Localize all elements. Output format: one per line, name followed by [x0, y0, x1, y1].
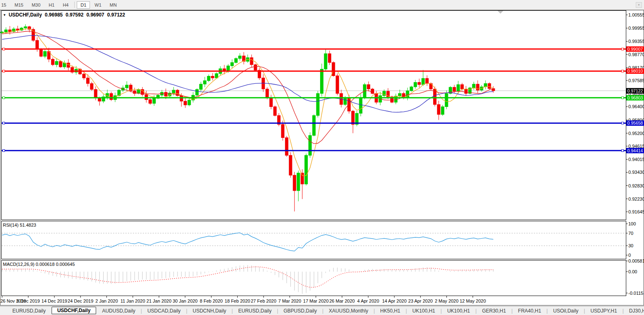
tab-separator: |: [322, 308, 323, 314]
candle-body: [422, 78, 425, 85]
tab-usdcnh-daily[interactable]: USDCNH,Daily: [188, 307, 231, 315]
date-axis-label: 17 Mar 2020: [303, 298, 329, 303]
timeframe-button-d1[interactable]: D1: [77, 1, 90, 9]
candle-body: [86, 78, 89, 83]
chart-close-value: 0.97122: [107, 12, 125, 18]
candle-body: [238, 56, 241, 58]
candle-body: [172, 90, 175, 93]
timeframe-button-15[interactable]: 15: [0, 1, 10, 9]
tab-separator: |: [186, 308, 187, 314]
line-endpoint-handle[interactable]: [622, 48, 624, 50]
candle-body: [332, 62, 335, 76]
toolbar-overflow-button[interactable]: ▾: [636, 2, 642, 8]
tab-uk100-h1[interactable]: UK100,H1: [407, 307, 440, 315]
candle-body: [203, 81, 206, 84]
price-axis-label: 0.91645: [628, 209, 644, 214]
candle-body: [367, 85, 370, 89]
candle-body: [313, 116, 316, 135]
tab-usoil-daily[interactable]: USOil,Daily: [548, 307, 583, 315]
tab-eurusd-daily[interactable]: EURUSD,Daily: [7, 307, 51, 315]
candle-body: [359, 98, 362, 113]
price-tag-label: 0.99007: [627, 47, 643, 52]
price-axis-label: 0.96400: [628, 104, 644, 109]
candle-body: [320, 69, 323, 93]
price-tag-label: 0.98010: [627, 69, 643, 73]
tab-separator: |: [441, 308, 442, 314]
candle-body: [441, 107, 444, 114]
tab-separator: |: [475, 308, 477, 314]
tab-xauusd-monthly[interactable]: XAUUSD,Monthly: [324, 307, 373, 315]
tab-separator: |: [231, 308, 233, 314]
line-endpoint-handle[interactable]: [622, 149, 624, 152]
tab-separator: |: [373, 308, 375, 314]
price-axis-label: 0.99355: [628, 39, 644, 44]
timeframe-button-h4[interactable]: H4: [59, 1, 72, 9]
tab-hk50-h1[interactable]: HK50,H1: [375, 307, 406, 315]
tab-fra40-h1[interactable]: FRA40,H1: [513, 307, 546, 315]
candle-body: [90, 83, 93, 89]
tab-usdjpy-h1[interactable]: USDJPY,H1: [585, 307, 622, 315]
timeframe-button-m30[interactable]: M30: [28, 1, 44, 9]
candle-body: [5, 30, 7, 32]
candle-body: [437, 104, 440, 114]
line-endpoint-handle[interactable]: [3, 122, 5, 124]
line-endpoint-handle[interactable]: [622, 122, 624, 124]
line-endpoint-handle[interactable]: [3, 97, 5, 99]
tab-dj30-h4[interactable]: DJ30,H4: [624, 307, 644, 315]
tab-separator: |: [141, 308, 142, 314]
price-tag-label: 0.94414: [627, 148, 643, 153]
macd-indicator-label: MACD(12,26,9) 0.000618 0.000645: [3, 262, 75, 267]
tab-uk100-h1[interactable]: UK100,H1: [442, 307, 475, 315]
date-axis-label: 21 Jan 2020: [146, 298, 172, 303]
date-axis-label: 11 Jan 2020: [120, 298, 145, 303]
candle-body: [59, 62, 62, 67]
candle-body: [207, 76, 210, 81]
candle-body: [231, 62, 234, 66]
chart-canvas[interactable]: 1.005550.999550.993550.987700.981700.975…: [0, 10, 644, 306]
tab-eurusd-daily[interactable]: EURUSD,Daily: [233, 307, 276, 315]
chart-dropdown-icon[interactable]: ▼: [3, 13, 6, 17]
candle-body: [235, 59, 238, 63]
date-axis-label: 4 Apr 2020: [357, 298, 379, 303]
chart-high-value: 0.97592: [66, 12, 83, 18]
line-endpoint-handle[interactable]: [3, 48, 5, 50]
tab-separator: |: [547, 308, 548, 314]
line-endpoint-handle[interactable]: [622, 97, 624, 99]
candle-body: [110, 93, 113, 99]
rsi-axis-label: 100: [628, 221, 636, 226]
date-axis-label: 12 May 2020: [460, 298, 486, 303]
chart-low-value: 0.96907: [86, 12, 104, 18]
line-endpoint-handle[interactable]: [622, 70, 624, 72]
tab-usdchf-daily[interactable]: USDCHF,Daily: [52, 307, 97, 314]
candle-body: [293, 175, 296, 190]
tab-separator: |: [277, 308, 278, 314]
tab-usdcad-daily[interactable]: USDCAD,Daily: [142, 307, 186, 315]
timeframe-button-h1[interactable]: H1: [45, 1, 58, 9]
date-axis-label: 8 Feb 2020: [200, 298, 223, 303]
candle-body: [24, 27, 27, 28]
candle-body: [426, 78, 429, 83]
candle-body: [457, 85, 460, 91]
candle-body: [309, 135, 311, 155]
candle-body: [274, 107, 276, 115]
price-axis-label: 0.92230: [628, 197, 644, 201]
line-endpoint-handle[interactable]: [3, 70, 5, 72]
candle-body: [153, 98, 156, 103]
tab-ger30-h1[interactable]: GER30,H1: [477, 307, 511, 315]
tab-separator: |: [511, 308, 512, 314]
candle-body: [351, 111, 354, 124]
price-axis-label: 0.92830: [628, 183, 644, 188]
timeframe-button-mn[interactable]: MN: [106, 1, 120, 9]
candle-body: [199, 84, 202, 90]
candle-body: [94, 90, 97, 98]
chart-open-value: 0.96985: [45, 12, 63, 18]
candle-body: [289, 155, 292, 175]
tab-gbpusd-daily[interactable]: GBPUSD,Daily: [278, 307, 322, 315]
timeframe-button-m15[interactable]: M15: [11, 1, 27, 9]
tab-audusd-daily[interactable]: AUDUSD,Daily: [97, 307, 140, 315]
candle-body: [316, 93, 319, 116]
candle-body: [250, 58, 253, 65]
line-endpoint-handle[interactable]: [3, 149, 5, 152]
timeframe-button-w1[interactable]: W1: [91, 1, 105, 9]
date-axis-label: 18 Feb 2020: [225, 298, 250, 303]
